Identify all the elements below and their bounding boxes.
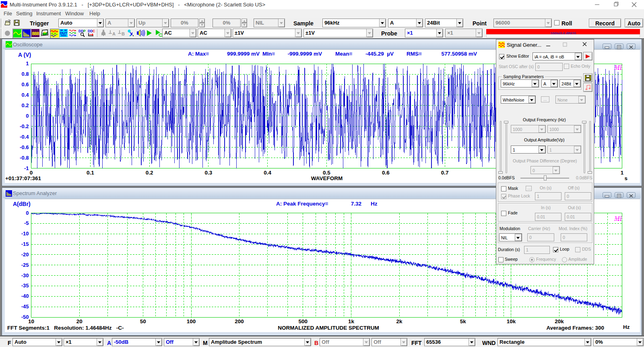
svg-text:-0.6: -0.6 [20,144,29,150]
svg-text:500: 500 [299,318,308,324]
svg-text:2k: 2k [396,318,403,324]
svg-text:A (V): A (V) [18,52,31,58]
svg-text:50: 50 [140,318,146,324]
svg-text:10: 10 [28,318,34,324]
svg-text:0: 0 [30,170,33,176]
svg-text:-1: -1 [24,165,29,171]
svg-text:-999.9999 mV: -999.9999 mV [287,51,322,57]
svg-text:0.4: 0.4 [264,170,271,176]
svg-text:-30: -30 [21,272,29,278]
svg-text:WAVEFORM: WAVEFORM [311,175,343,181]
svg-text:MIn=: MIn= [262,51,275,57]
svg-text:-0.8: -0.8 [20,155,29,161]
svg-text:-5: -5 [24,220,29,226]
svg-text:200: 200 [235,318,244,324]
svg-text:-0.2: -0.2 [20,123,29,129]
svg-text:0.1: 0.1 [87,170,94,176]
svg-text:-50: -50 [21,314,29,320]
svg-text:Hz: Hz [371,201,378,207]
svg-text:1: 1 [26,60,29,66]
svg-text:C: C [93,29,95,33]
svg-text:577.50958 mV: 577.50958 mV [441,51,477,57]
svg-text:-35: -35 [21,283,29,289]
svg-text:999.9999 mV: 999.9999 mV [227,51,260,57]
svg-text:20k: 20k [555,318,564,324]
svg-text:100: 100 [187,318,196,324]
svg-text:Averaged Frames: 300: Averaged Frames: 300 [546,325,604,331]
svg-text:0.2: 0.2 [21,102,29,108]
svg-text:+01:37:07:361: +01:37:07:361 [5,175,41,181]
svg-text:-20: -20 [21,251,29,258]
svg-text:A: Max=: A: Max= [188,51,209,57]
svg-text:0.6: 0.6 [382,170,390,176]
svg-text:7.32: 7.32 [351,201,361,207]
svg-text:A: Peak Frequency=: A: Peak Frequency= [276,201,328,207]
svg-text:20: 20 [76,318,83,324]
svg-text:B: B [122,31,125,36]
svg-text:0.7: 0.7 [441,170,449,176]
svg-text:0.4: 0.4 [21,92,29,98]
svg-text:888: 888 [32,31,39,36]
svg-text:0.8: 0.8 [21,71,29,77]
svg-text:NORMALIZED AMPLITUDE SPECTRUM: NORMALIZED AMPLITUDE SPECTRUM [278,325,379,331]
svg-text:1k: 1k [348,318,355,324]
svg-text:P: P [83,29,86,33]
svg-text:0.2: 0.2 [146,170,153,176]
svg-text:-15: -15 [21,241,29,247]
svg-text:-445.29 µV: -445.29 µV [365,51,394,57]
svg-text:-25: -25 [21,262,29,268]
svg-text:DUT: DUT [60,31,68,35]
svg-text:DD: DD [78,29,83,33]
svg-text:-45: -45 [21,303,29,310]
svg-text:-0.4: -0.4 [20,134,29,140]
svg-text:0: 0 [26,113,29,119]
svg-text:0: 0 [26,210,29,216]
svg-text:Hz: Hz [623,324,630,330]
svg-text:A(dBr): A(dBr) [13,201,31,207]
svg-text:-40: -40 [21,293,29,299]
svg-text:1: 1 [621,170,624,176]
svg-text:10k: 10k [507,318,516,324]
svg-text:s: s [625,175,628,181]
svg-text:0.5: 0.5 [323,170,330,176]
svg-text:5k: 5k [460,318,466,324]
svg-text:FFT Segments:1 Resolution: 1: FFT Segments:1 Resolution: 1.46484Hz -C- [7,325,124,331]
svg-text:-10: -10 [21,231,29,237]
svg-text:A: A [112,31,116,36]
svg-text:0.3: 0.3 [205,170,213,176]
svg-text:Mi: Mi [614,215,622,222]
svg-text:DD: DD [88,29,93,33]
svg-text:Mean=: Mean= [335,51,353,57]
svg-text:RMS=: RMS= [407,51,422,57]
svg-text:Mi: Mi [614,64,622,71]
svg-text:0.6: 0.6 [21,81,29,87]
